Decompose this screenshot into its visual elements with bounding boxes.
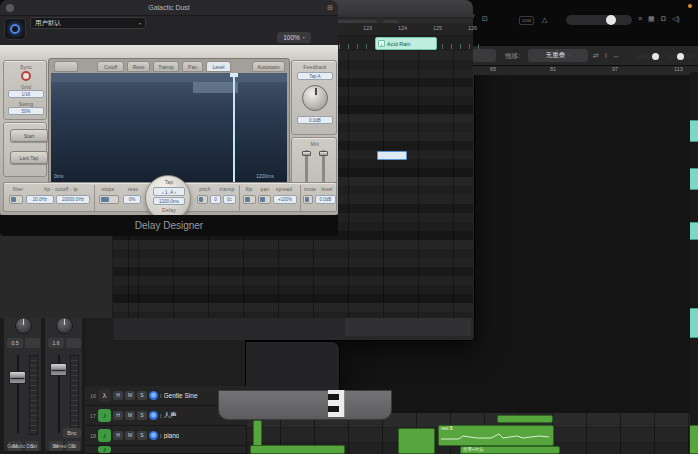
level-value[interactable]: 0.0dB (315, 195, 336, 204)
view-tab[interactable] (54, 61, 78, 72)
lp-cutoff-value[interactable]: 20000.0Hz (56, 195, 90, 204)
link-window-icon[interactable]: ⊞ (327, 2, 333, 14)
tap-display[interactable]: 0ms 1200ms (51, 73, 287, 185)
region-sliver[interactable] (690, 222, 698, 240)
hide-button[interactable]: H (113, 411, 123, 420)
text-tool-icon[interactable]: I (605, 50, 607, 62)
plugin-titlebar[interactable]: Galactic Dust ⊞ (0, 0, 338, 16)
tab-cutoff[interactable]: Cutoff (97, 61, 124, 72)
speaker-icon[interactable]: ◁) (672, 13, 680, 25)
black-key[interactable] (328, 394, 339, 400)
level-label: level (318, 186, 336, 192)
count-in-icon[interactable]: 1234 (519, 16, 534, 25)
volume-fader[interactable] (9, 371, 26, 384)
bounce-button[interactable]: Bnc (63, 428, 81, 438)
hp-cutoff-value[interactable]: 20.0Hz (26, 195, 54, 204)
slope-toggle[interactable] (99, 195, 119, 204)
tab-reso[interactable]: Reso (127, 61, 150, 72)
mute-toggle[interactable] (303, 195, 313, 204)
pitch-toggle[interactable] (197, 195, 208, 204)
midi-region[interactable] (497, 415, 553, 423)
apple-loops-icon[interactable]: ⊡ (482, 13, 488, 25)
input-monitor-button[interactable] (149, 431, 158, 440)
region-sliver[interactable] (690, 425, 698, 454)
track-name[interactable]: piano (164, 432, 180, 439)
pan-knob[interactable] (15, 317, 32, 334)
feedback-value[interactable]: 0.0dB (297, 116, 333, 124)
vertical-zoom-slider[interactable] (636, 54, 662, 59)
region-sliver[interactable] (690, 120, 698, 142)
reso-value[interactable]: 0% (123, 195, 141, 204)
tab-pan[interactable]: Pan (182, 61, 203, 72)
grid-value[interactable]: 1/16 (8, 90, 44, 98)
input-monitor-button[interactable] (149, 391, 158, 400)
piano-keys[interactable] (328, 390, 345, 417)
volume-fader[interactable] (50, 363, 67, 376)
flip-toggle[interactable] (243, 195, 256, 204)
scroll-band[interactable] (345, 318, 471, 336)
solo-button[interactable]: S (137, 391, 147, 400)
region-sliver[interactable] (690, 308, 698, 338)
width-icon[interactable]: ↔ (613, 50, 620, 62)
track-row[interactable]: 18 ♪ H M S I piano (85, 426, 246, 446)
black-key[interactable] (328, 406, 339, 412)
midi-region[interactable] (398, 428, 435, 454)
volume-slider-handle[interactable] (606, 15, 616, 25)
tab-level[interactable]: Level (206, 61, 231, 72)
list-icon[interactable]: ≡ (638, 13, 642, 25)
tap-line[interactable] (233, 75, 235, 183)
swap-icon[interactable]: ⇄ (593, 50, 599, 62)
midi-region[interactable]: 竖琴+弦乐 (460, 446, 560, 454)
drag-select[interactable]: 无重叠↕ (528, 49, 588, 62)
overview-strip[interactable] (51, 73, 287, 82)
browser-icon[interactable]: ▦ (648, 13, 655, 25)
midi-region[interactable]: rest B (438, 425, 554, 446)
horizontal-zoom-slider[interactable] (667, 54, 695, 59)
filter-toggle[interactable] (9, 195, 23, 204)
autozoom-button[interactable]: Autozoom (252, 61, 285, 72)
spread-value[interactable]: +100% (273, 195, 297, 204)
tap-delay-value[interactable]: 1200.0ms (153, 197, 185, 205)
view-zoom-select[interactable]: 100%▾ (277, 32, 311, 43)
transp-cents[interactable]: 0c (223, 195, 236, 204)
midi-note-selected[interactable] (377, 151, 407, 160)
last-tap-button[interactable]: Last Tap (10, 151, 48, 164)
tab-transp[interactable]: Transp (153, 61, 179, 72)
arrange-right-sliver (690, 72, 698, 454)
input-monitor-button[interactable] (149, 411, 158, 420)
midi-region[interactable] (250, 445, 345, 454)
ruler-number: 125 (433, 25, 455, 31)
start-button[interactable]: Start (10, 129, 48, 142)
track-name[interactable]: Gentle Sine (164, 392, 198, 399)
transp-semitones[interactable]: 0 (210, 195, 221, 204)
mute-button[interactable]: M (125, 411, 135, 420)
sync-button[interactable] (21, 71, 31, 81)
volume-value[interactable]: 0.5 (7, 338, 23, 348)
bell-icon[interactable]: Ω (661, 13, 666, 25)
metronome-icon[interactable]: △ (542, 14, 547, 26)
tap-head[interactable] (230, 73, 238, 77)
midi-region-cyan[interactable]: ♪ Acid Rain (375, 37, 437, 50)
master-volume-slider[interactable] (566, 15, 632, 25)
feedback-knob[interactable] (302, 85, 328, 111)
wet-slider[interactable] (319, 151, 328, 156)
mute-button[interactable]: M (125, 431, 135, 440)
volume-value[interactable]: 1.6 (48, 338, 64, 348)
close-button[interactable] (6, 4, 14, 12)
pan-toggle[interactable] (258, 195, 271, 204)
track-row-partial[interactable]: ♪ (85, 446, 246, 454)
power-button[interactable] (4, 18, 26, 40)
tap-select[interactable]: ‹ 1. A › (153, 187, 185, 196)
solo-button[interactable]: S (137, 411, 147, 420)
dry-slider[interactable] (302, 151, 311, 156)
track-name[interactable]: 人声 (164, 411, 177, 420)
pan-knob[interactable] (56, 317, 73, 334)
swing-value[interactable]: 50% (8, 107, 44, 115)
hide-button[interactable]: H (113, 391, 123, 400)
solo-button[interactable]: S (137, 431, 147, 440)
region-sliver[interactable] (690, 168, 698, 190)
hide-button[interactable]: H (113, 431, 123, 440)
preset-select[interactable]: 用户默认▾ (30, 17, 146, 29)
mute-button[interactable]: M (125, 391, 135, 400)
feedback-tap-select[interactable]: Tap A (297, 72, 333, 80)
